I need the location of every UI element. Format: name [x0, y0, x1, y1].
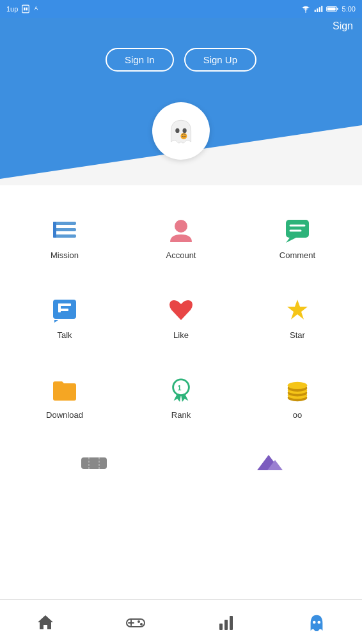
- star-label: Star: [290, 330, 305, 340]
- avatar-ghost-icon: [163, 113, 199, 149]
- svg-rect-10: [336, 8, 338, 10]
- svg-rect-27: [58, 309, 68, 311]
- svg-point-47: [138, 620, 140, 623]
- status-bar-right: 5:00: [301, 5, 356, 13]
- comment-label: Comment: [279, 250, 315, 260]
- controller-icon: [125, 615, 146, 629]
- svg-rect-16: [53, 228, 76, 231]
- svg-point-19: [175, 220, 187, 233]
- download-icon: [50, 376, 79, 405]
- download-label: Download: [46, 410, 83, 420]
- nav-item-home[interactable]: [0, 600, 91, 644]
- svg-text:A: A: [35, 6, 38, 12]
- menu-item-download[interactable]: Download: [6, 358, 123, 438]
- svg-marker-29: [287, 300, 308, 319]
- ticket-icon: [80, 454, 108, 471]
- svg-text:1: 1: [177, 384, 182, 392]
- signal-icon: [314, 5, 323, 13]
- svg-rect-49: [219, 624, 223, 630]
- svg-point-4: [305, 12, 306, 13]
- coins-icon: [283, 376, 312, 405]
- svg-rect-17: [53, 234, 76, 238]
- a-icon: A: [33, 4, 42, 13]
- peeking-row: [0, 450, 362, 478]
- home-icon: [36, 613, 54, 631]
- like-label: Like: [173, 330, 189, 340]
- svg-rect-51: [230, 616, 233, 630]
- account-label: Account: [166, 250, 196, 260]
- svg-point-13: [182, 128, 186, 133]
- menu-item-mission[interactable]: Mission: [6, 198, 123, 278]
- menu-grid: Mission Account Comment: [0, 185, 362, 450]
- menu-item-rank[interactable]: 1 Rank: [123, 358, 239, 438]
- peek-item-ticket[interactable]: [80, 454, 108, 471]
- bottom-nav: [0, 599, 362, 644]
- sign-in-button[interactable]: Sign In: [106, 48, 174, 72]
- svg-marker-21: [286, 238, 296, 243]
- svg-rect-11: [327, 8, 335, 11]
- status-app-name: 1up: [6, 5, 18, 13]
- talk-label: Talk: [57, 330, 72, 340]
- svg-rect-6: [317, 8, 318, 12]
- rank-icon: 1: [166, 376, 196, 405]
- menu-item-like[interactable]: Like: [123, 278, 239, 358]
- svg-rect-8: [321, 6, 322, 12]
- oo-label: oo: [293, 410, 302, 420]
- svg-rect-0: [22, 5, 29, 13]
- sim-icon: [21, 4, 30, 13]
- menu-item-star[interactable]: Star: [239, 278, 356, 358]
- like-icon: [166, 296, 196, 325]
- svg-rect-20: [286, 220, 309, 238]
- talk-icon: [50, 296, 79, 325]
- star-icon: [283, 296, 312, 325]
- mission-icon: [50, 216, 79, 245]
- nav-item-controller[interactable]: [91, 600, 182, 644]
- svg-marker-43: [38, 615, 53, 629]
- svg-point-48: [140, 623, 143, 625]
- svg-rect-15: [53, 222, 76, 225]
- menu-item-talk[interactable]: Talk: [6, 278, 123, 358]
- time-display: 5:00: [342, 5, 356, 13]
- status-bar: 1up A 5:00: [0, 0, 362, 18]
- svg-rect-7: [319, 7, 320, 12]
- svg-rect-2: [26, 8, 28, 11]
- sign-up-button[interactable]: Sign Up: [184, 48, 256, 72]
- svg-rect-38: [81, 457, 107, 469]
- peek-item-mountain[interactable]: [255, 454, 283, 471]
- mission-label: Mission: [51, 250, 79, 260]
- svg-rect-26: [58, 303, 71, 306]
- svg-point-12: [175, 128, 179, 133]
- svg-point-37: [288, 382, 308, 389]
- nav-item-chart[interactable]: [181, 600, 272, 644]
- comment-icon: [283, 216, 312, 245]
- svg-rect-1: [24, 8, 25, 11]
- menu-item-oo[interactable]: oo: [239, 358, 356, 438]
- svg-marker-28: [54, 320, 58, 323]
- account-icon: [166, 216, 196, 245]
- status-bar-left: 1up A: [6, 4, 42, 13]
- sign-top-label[interactable]: Sign: [333, 20, 353, 32]
- main-content: Mission Account Comment: [0, 185, 362, 599]
- svg-rect-50: [224, 620, 228, 630]
- svg-rect-5: [314, 10, 315, 12]
- avatar[interactable]: [152, 102, 210, 160]
- chart-icon: [217, 613, 235, 631]
- battery-icon: [326, 5, 339, 13]
- svg-point-52: [313, 620, 316, 624]
- auth-buttons: Sign In Sign Up: [0, 48, 362, 72]
- svg-point-53: [318, 620, 321, 624]
- wifi-icon: [301, 5, 311, 13]
- ghost-nav-icon: [308, 613, 325, 632]
- rank-label: Rank: [171, 410, 191, 420]
- nav-item-ghost[interactable]: [272, 600, 363, 644]
- menu-item-comment[interactable]: Comment: [239, 198, 356, 278]
- menu-item-account[interactable]: Account: [123, 198, 239, 278]
- svg-rect-18: [53, 222, 56, 238]
- mountain-icon: [255, 454, 283, 471]
